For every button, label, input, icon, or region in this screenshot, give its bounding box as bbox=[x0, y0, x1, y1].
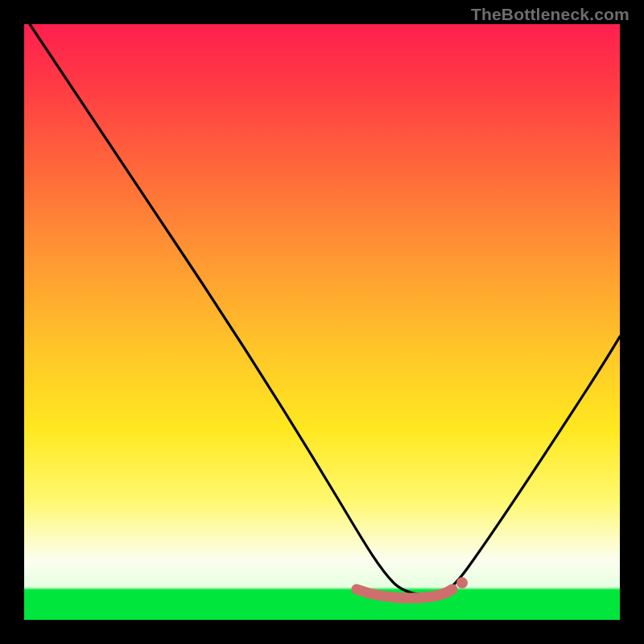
watermark-text: TheBottleneck.com bbox=[471, 5, 630, 24]
background-gradient bbox=[24, 24, 620, 620]
plot-area bbox=[24, 24, 620, 620]
chart-frame: TheBottleneck.com bbox=[0, 0, 644, 644]
